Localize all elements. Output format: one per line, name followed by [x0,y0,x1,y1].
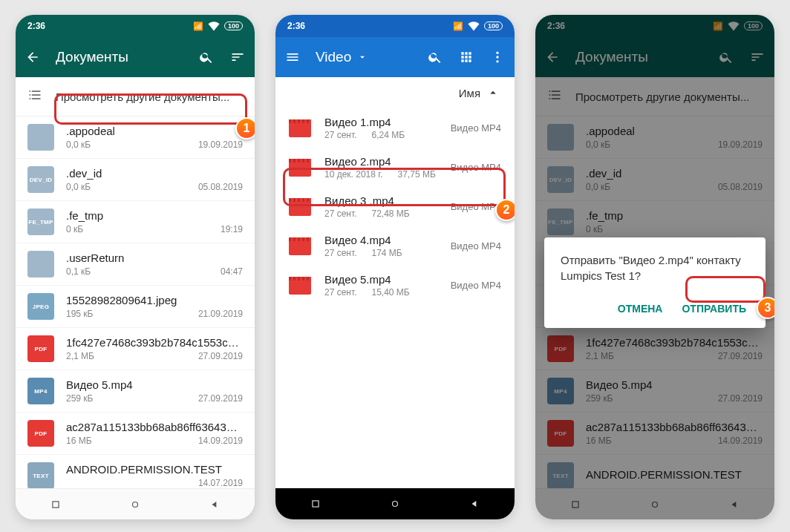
file-size: 16 МБ [66,436,92,446]
menu-icon[interactable] [284,49,301,65]
file-type-icon: DEV_ID [27,166,54,193]
file-name: 1fc427e7468c393b2b784c1553c8b75... [66,336,243,349]
video-date: 27 сент. [324,248,356,258]
video-list[interactable]: Видео 1.mp4 27 сент. 6,24 МБ Видео MP4 В… [275,108,515,488]
send-button[interactable]: ОТПРАВИТЬ [679,297,749,321]
file-size: 2,1 МБ [66,351,94,361]
more-icon[interactable] [489,49,506,65]
document-item[interactable]: .userReturn 0,1 кБ 04:47 [16,243,255,286]
nav-back-icon[interactable] [209,499,220,510]
video-type: Видео MP4 [451,162,501,173]
file-date: 14.09.2019 [198,436,243,446]
document-item[interactable]: TEXT ANDROID.PERMISSION.TEST 14.07.2019 [16,455,255,488]
appbar-title[interactable]: Video [316,49,412,65]
sort-icon[interactable] [229,49,246,65]
browse-label: Просмотреть другие документы... [56,91,229,103]
video-size: 174 МБ [371,248,402,258]
document-item[interactable]: MP4 Видео 5.mp4 259 кБ 27.09.2019 [16,370,255,413]
search-icon[interactable] [427,49,443,65]
file-size: 195 кБ [66,309,93,319]
video-item[interactable]: Видео 5.mp4 27 сент. 15,40 МБ Видео MP4 [275,266,515,305]
android-navbar [275,488,515,519]
step-badge-2: 2 [495,199,515,221]
nav-home-icon[interactable] [390,499,400,509]
nav-recent-icon[interactable] [50,499,61,510]
video-file-icon [289,237,311,255]
document-item[interactable]: DEV_ID .dev_id 0,0 кБ 05.08.2019 [16,159,255,201]
file-name: Видео 5.mp4 [66,378,243,391]
file-date: 19.09.2019 [198,139,243,150]
file-date: 21.09.2019 [198,309,243,319]
document-item[interactable]: FE_TMP .fe_tmp 0 кБ 19:19 [16,201,255,243]
svg-point-1 [132,502,137,507]
video-name: Видео 3 .mp4 [324,194,437,207]
video-type: Видео MP4 [451,122,501,134]
file-type-icon: FE_TMP [27,208,54,235]
file-name: ac287a115133bb68ab86ff636433d06... [66,421,243,433]
video-date: 27 сент. [324,208,356,219]
video-size: 72,48 МБ [371,208,409,219]
chevron-up-icon [486,86,500,99]
document-item[interactable]: JPEG 15528982809641.jpeg 195 кБ 21.09.20… [16,286,255,328]
file-size: 259 кБ [66,393,93,404]
document-list[interactable]: .appodeal 0,0 кБ 19.09.2019 DEV_ID .dev_… [16,116,255,488]
status-time: 2:36 [27,21,45,31]
video-item[interactable]: Видео 2.mp4 10 дек. 2018 г. 37,75 МБ Вид… [275,148,515,187]
file-date: 05.08.2019 [198,182,243,192]
sort-label: Имя [459,87,480,99]
svg-rect-0 [53,501,59,507]
video-item[interactable]: Видео 1.mp4 27 сент. 6,24 МБ Видео MP4 [275,108,515,148]
video-name: Видео 1.mp4 [324,116,437,128]
video-item[interactable]: Видео 3 .mp4 27 сент. 72,48 МБ Видео MP4 [275,187,515,226]
status-icons: 📶 100 [453,18,503,34]
file-type-icon [27,124,54,151]
document-item[interactable]: .appodeal 0,0 кБ 19.09.2019 [16,116,255,159]
phone-screen-3: 2:36 📶 100 Документы Просмотреть другие … [535,15,774,519]
video-size: 6,24 МБ [371,130,405,140]
file-name: .userReturn [66,252,243,264]
file-name: ANDROID.PERMISSION.TEST [66,463,243,476]
file-size: 0,0 кБ [66,182,91,192]
back-icon[interactable] [25,49,41,65]
video-item[interactable]: Видео 4.mp4 27 сент. 174 МБ Видео MP4 [275,226,515,266]
nav-back-icon[interactable] [469,499,480,509]
svg-rect-5 [313,501,319,507]
signal-icon: 📶 [453,22,463,31]
search-icon[interactable] [198,49,215,65]
status-bar: 2:36 📶 100 [275,15,515,37]
document-item[interactable]: PDF ac287a115133bb68ab86ff636433d06... 1… [16,413,255,455]
browse-other-docs[interactable]: Просмотреть другие документы... [16,77,255,116]
file-date: 04:47 [221,266,243,277]
wifi-icon [206,18,221,34]
file-name: .dev_id [66,167,243,180]
video-size: 15,40 МБ [371,287,409,298]
video-name: Видео 4.mp4 [324,234,437,246]
video-type: Видео MP4 [451,201,501,212]
android-navbar [16,488,255,519]
video-name: Видео 5.mp4 [324,273,437,286]
video-date: 27 сент. [324,287,356,298]
nav-home-icon[interactable] [130,499,140,510]
app-bar: Video [275,37,515,77]
file-size: 0 кБ [66,224,83,234]
file-date: 27.09.2019 [198,351,243,361]
file-type-icon: JPEG [27,293,54,320]
grid-view-icon[interactable] [458,49,474,65]
nav-recent-icon[interactable] [310,499,321,509]
document-item[interactable]: PDF 1fc427e7468c393b2b784c1553c8b75... 2… [16,328,255,370]
sort-row[interactable]: Имя [275,77,515,108]
phone-screen-2: 2:36 📶 100 Video Имя [275,15,515,519]
dialog-message: Отправить "Видео 2.mp4" контакту Lumpics… [561,252,749,283]
svg-point-6 [392,502,397,507]
video-date: 10 дек. 2018 г. [324,169,383,180]
video-type: Видео MP4 [451,240,501,252]
app-bar: Документы [16,37,255,77]
file-type-icon: PDF [27,420,54,447]
file-name: .fe_tmp [66,209,243,222]
chevron-down-icon [357,52,368,62]
cancel-button[interactable]: ОТМЕНА [615,297,666,321]
video-file-icon [289,198,311,216]
file-size: 0,0 кБ [66,139,91,150]
video-file-icon [289,277,311,295]
status-bar: 2:36 📶 100 [16,15,255,37]
